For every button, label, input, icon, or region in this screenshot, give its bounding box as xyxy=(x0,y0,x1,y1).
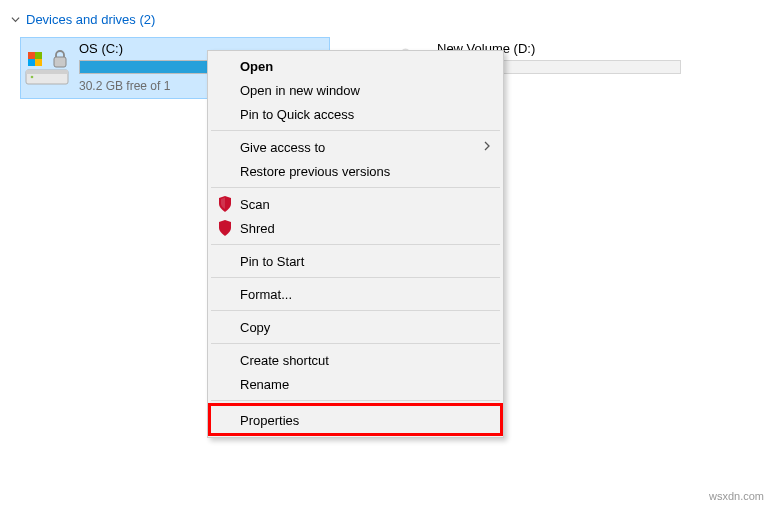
chevron-right-icon xyxy=(483,140,491,154)
menu-label: Shred xyxy=(240,221,275,236)
section-header: Devices and drives (2) xyxy=(0,0,772,37)
menu-label: Format... xyxy=(240,287,292,302)
menu-pin-quick-access[interactable]: Pin to Quick access xyxy=(210,102,501,126)
menu-open[interactable]: Open xyxy=(210,54,501,78)
menu-create-shortcut[interactable]: Create shortcut xyxy=(210,348,501,372)
svg-rect-8 xyxy=(54,57,66,67)
menu-rename[interactable]: Rename xyxy=(210,372,501,396)
menu-label: Pin to Start xyxy=(240,254,304,269)
menu-shred[interactable]: Shred xyxy=(210,216,501,240)
svg-rect-7 xyxy=(35,59,42,66)
svg-rect-5 xyxy=(35,52,42,59)
watermark: wsxdn.com xyxy=(709,490,764,502)
menu-label: Copy xyxy=(240,320,270,335)
drive-icon xyxy=(24,44,70,90)
menu-label: Properties xyxy=(240,413,299,428)
menu-separator xyxy=(211,244,500,245)
menu-separator xyxy=(211,310,500,311)
menu-pin-to-start[interactable]: Pin to Start xyxy=(210,249,501,273)
menu-restore-previous[interactable]: Restore previous versions xyxy=(210,159,501,183)
menu-label: Give access to xyxy=(240,140,325,155)
context-menu: Open Open in new window Pin to Quick acc… xyxy=(207,50,504,438)
chevron-down-icon[interactable] xyxy=(10,15,20,25)
menu-separator xyxy=(211,343,500,344)
menu-label: Pin to Quick access xyxy=(240,107,354,122)
menu-separator xyxy=(211,400,500,401)
svg-rect-6 xyxy=(28,59,35,66)
svg-point-2 xyxy=(31,76,34,79)
menu-label: Rename xyxy=(240,377,289,392)
section-label[interactable]: Devices and drives (2) xyxy=(26,12,155,27)
svg-rect-4 xyxy=(28,52,35,59)
menu-separator xyxy=(211,277,500,278)
menu-separator xyxy=(211,187,500,188)
menu-separator xyxy=(211,130,500,131)
menu-properties[interactable]: Properties xyxy=(210,405,501,434)
menu-label: Open xyxy=(240,59,273,74)
svg-rect-1 xyxy=(26,70,68,74)
menu-give-access-to[interactable]: Give access to xyxy=(210,135,501,159)
menu-copy[interactable]: Copy xyxy=(210,315,501,339)
menu-label: Scan xyxy=(240,197,270,212)
menu-format[interactable]: Format... xyxy=(210,282,501,306)
menu-label: Open in new window xyxy=(240,83,360,98)
menu-label: Create shortcut xyxy=(240,353,329,368)
menu-open-new-window[interactable]: Open in new window xyxy=(210,78,501,102)
menu-label: Restore previous versions xyxy=(240,164,390,179)
mcafee-scan-icon xyxy=(217,196,233,212)
menu-scan[interactable]: Scan xyxy=(210,192,501,216)
mcafee-shred-icon xyxy=(217,220,233,236)
